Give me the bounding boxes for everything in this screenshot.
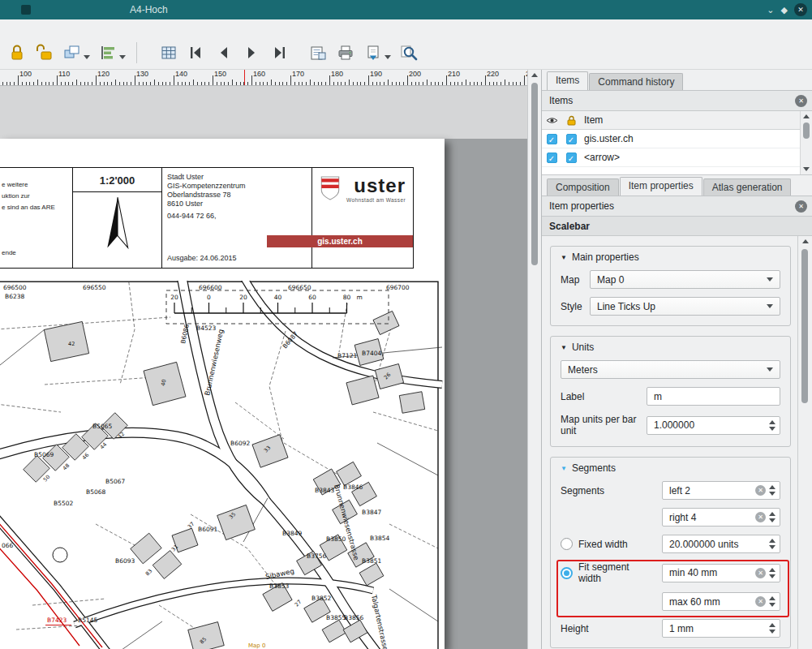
ruler-label: 210 bbox=[448, 70, 460, 78]
style-combobox[interactable]: Line Ticks Up bbox=[590, 297, 780, 316]
lock-checkbox[interactable]: ✓ bbox=[566, 134, 577, 144]
clear-icon[interactable]: ✕ bbox=[755, 512, 766, 522]
map-combobox[interactable]: Map 0 bbox=[590, 270, 780, 289]
map-label: 27 bbox=[294, 599, 303, 608]
ruler-tick bbox=[450, 82, 451, 85]
map-label: B5068 bbox=[86, 488, 105, 496]
print-atlas-button[interactable] bbox=[304, 40, 332, 66]
fit-min-width-spinbox[interactable]: min 40 mm ✕ bbox=[662, 564, 780, 582]
spinbox-arrows[interactable] bbox=[769, 539, 775, 549]
clear-icon[interactable]: ✕ bbox=[755, 568, 766, 578]
lock-checkbox[interactable]: ✓ bbox=[566, 153, 577, 163]
spinbox-arrows[interactable] bbox=[769, 568, 775, 578]
unit-label-input[interactable]: m bbox=[647, 387, 780, 406]
unlock-items-button[interactable] bbox=[31, 40, 58, 66]
items-dock-title: Items bbox=[549, 95, 573, 106]
ruler-tick bbox=[236, 82, 237, 85]
close-icon[interactable]: ✕ bbox=[795, 200, 807, 213]
ruler-tick bbox=[256, 82, 256, 85]
visibility-checkbox[interactable]: ✓ bbox=[547, 134, 557, 144]
ruler-tick bbox=[45, 82, 46, 85]
spinbox-arrows[interactable] bbox=[769, 420, 775, 431]
window-shade-button[interactable]: ⌄ bbox=[767, 6, 774, 15]
composition-page[interactable]: e weitere uktion zur e sind an das ARE e… bbox=[0, 139, 445, 649]
ruler-tick bbox=[286, 82, 287, 85]
window-close-button[interactable]: ✕ bbox=[794, 3, 807, 16]
close-icon[interactable]: ✕ bbox=[795, 95, 807, 107]
ruler-tick bbox=[384, 82, 385, 85]
ruler-label: 100 bbox=[19, 70, 32, 78]
atlas-first-button[interactable] bbox=[183, 40, 210, 66]
map-label: 696550 bbox=[83, 284, 106, 291]
horizontal-ruler: 1001101201301401501601701801902002102202… bbox=[0, 70, 527, 86]
tab-composition[interactable]: Composition bbox=[547, 178, 619, 196]
fit-segment-width-radio[interactable] bbox=[561, 567, 573, 579]
items-list[interactable]: Item ✓✓gis.uster.ch✓✓<arrow> bbox=[542, 111, 812, 175]
spinbox-arrows[interactable] bbox=[769, 596, 775, 607]
atlas-settings-button[interactable] bbox=[155, 40, 183, 66]
visibility-checkbox[interactable]: ✓ bbox=[547, 153, 557, 163]
ruler-tick bbox=[243, 82, 244, 85]
align-items-button[interactable] bbox=[94, 40, 130, 66]
clear-icon[interactable]: ✕ bbox=[755, 485, 766, 496]
items-scrollbar[interactable] bbox=[800, 111, 812, 174]
print-button[interactable] bbox=[332, 40, 359, 66]
map-units-per-bar-unit-spinbox[interactable]: 1.000000 bbox=[647, 416, 780, 435]
lock-items-button[interactable] bbox=[3, 40, 31, 66]
item-row[interactable]: ✓✓gis.uster.ch bbox=[542, 130, 801, 148]
scrollbar-handle[interactable] bbox=[531, 83, 538, 265]
spinbox-arrows[interactable] bbox=[769, 485, 775, 496]
tab-command-history[interactable]: Command history bbox=[589, 73, 683, 90]
right-dock-panel: Items Command history Items ✕ bbox=[541, 70, 812, 649]
ruler-tick bbox=[240, 82, 241, 85]
window-maximize-button[interactable]: ◆ bbox=[781, 6, 788, 15]
collapse-arrow-icon[interactable]: ▼ bbox=[561, 465, 567, 472]
fixed-width-spinbox[interactable]: 20.000000 units bbox=[662, 535, 780, 553]
collapse-arrow-icon[interactable]: ▼ bbox=[561, 254, 567, 261]
item-row[interactable]: ✓✓<arrow> bbox=[542, 148, 801, 167]
ruler-tick bbox=[294, 82, 295, 85]
group-items-button[interactable] bbox=[58, 40, 94, 66]
map-item[interactable]: 696500696550696600696650696700 200204060… bbox=[0, 281, 445, 649]
scroll-up-arrow-icon[interactable] bbox=[802, 239, 809, 243]
spinbox-arrows[interactable] bbox=[769, 623, 775, 634]
map-label: Map bbox=[561, 274, 590, 286]
scrollbar-handle[interactable] bbox=[801, 249, 808, 403]
properties-vertical-scrollbar[interactable] bbox=[797, 236, 812, 649]
ruler-tick bbox=[22, 82, 23, 85]
canvas-vertical-scrollbar[interactable] bbox=[527, 70, 541, 649]
road-junction-symbol bbox=[53, 548, 67, 562]
height-spinbox[interactable]: 1 mm bbox=[662, 619, 780, 638]
zoom-to-feature-button[interactable] bbox=[395, 40, 423, 66]
map-label: 696700 bbox=[386, 284, 410, 291]
segments-left-spinbox[interactable]: left 2 ✕ bbox=[662, 481, 780, 500]
clear-icon[interactable]: ✕ bbox=[755, 596, 766, 607]
scroll-up-arrow-icon[interactable] bbox=[531, 73, 538, 77]
segments-right-spinbox[interactable]: right 4 ✕ bbox=[662, 508, 780, 527]
scroll-down-arrow-icon[interactable] bbox=[803, 167, 810, 171]
export-button[interactable] bbox=[359, 40, 395, 66]
atlas-next-button[interactable] bbox=[238, 40, 265, 66]
chevron-down-icon[interactable] bbox=[84, 55, 90, 59]
eye-icon bbox=[546, 116, 558, 125]
composition-canvas[interactable]: e weitere uktion zur e sind an das ARE e… bbox=[0, 86, 527, 649]
ruler-tick bbox=[213, 75, 213, 85]
chevron-down-icon[interactable] bbox=[385, 55, 391, 59]
logo-text: uster bbox=[354, 176, 406, 196]
map-title-block[interactable]: e weitere uktion zur e sind an das ARE e… bbox=[0, 167, 414, 269]
spinbox-arrows[interactable] bbox=[769, 512, 775, 522]
units-combobox[interactable]: Meters bbox=[561, 360, 780, 379]
dock-tabs-properties: Composition Item properties Atlas genera… bbox=[542, 175, 812, 196]
scroll-up-arrow-icon[interactable] bbox=[803, 114, 810, 118]
atlas-last-button[interactable] bbox=[265, 40, 293, 66]
fit-max-width-spinbox[interactable]: max 60 mm ✕ bbox=[662, 592, 780, 611]
tab-items[interactable]: Items bbox=[547, 71, 588, 90]
scrollbar-handle[interactable] bbox=[803, 122, 810, 139]
ruler-tick bbox=[399, 82, 400, 85]
tab-atlas-generation[interactable]: Atlas generation bbox=[703, 178, 792, 196]
tab-item-properties[interactable]: Item properties bbox=[620, 177, 702, 196]
fixed-width-radio[interactable] bbox=[561, 538, 573, 550]
atlas-previous-button[interactable] bbox=[210, 40, 238, 66]
chevron-down-icon[interactable] bbox=[119, 55, 126, 59]
collapse-arrow-icon[interactable]: ▼ bbox=[561, 344, 567, 351]
